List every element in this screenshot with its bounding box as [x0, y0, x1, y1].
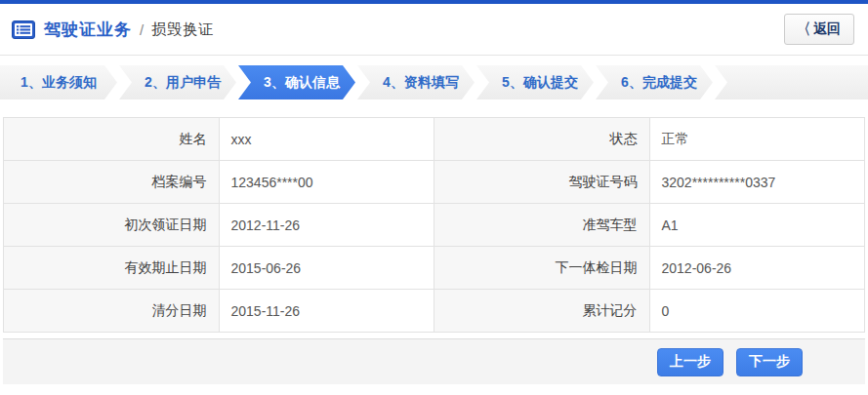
license-info-table: 姓名xxx状态正常档案编号123456****00驾驶证号码3202******… [3, 117, 865, 333]
field-value: 0 [649, 290, 865, 333]
table-row: 初次领证日期2012-11-26准驾车型A1 [4, 204, 865, 247]
field-value: 123456****00 [219, 161, 434, 204]
wizard-step-1[interactable]: 1、业务须知 [0, 65, 117, 99]
field-label: 姓名 [4, 118, 220, 161]
table-row: 档案编号123456****00驾驶证号码3202**********0337 [4, 161, 865, 204]
breadcrumb-separator: / [140, 21, 144, 38]
field-value: A1 [649, 204, 865, 247]
field-label: 准驾车型 [434, 204, 650, 247]
breadcrumb: 驾驶证业务 / 损毁换证 [12, 19, 214, 41]
field-label: 清分日期 [4, 290, 220, 333]
field-label: 驾驶证号码 [434, 161, 650, 204]
prev-step-button[interactable]: 上一步 [657, 348, 723, 376]
wizard-step-2[interactable]: 2、用户申告 [119, 65, 236, 99]
footer-action-bar: 上一步 下一步 [3, 338, 865, 384]
table-row: 姓名xxx状态正常 [4, 118, 865, 161]
header: 驾驶证业务 / 损毁换证 〈 返回 [0, 4, 868, 56]
wizard-step-3[interactable]: 3、确认信息 [238, 65, 355, 99]
next-step-button[interactable]: 下一步 [736, 348, 803, 376]
back-chevron-icon: 〈 [798, 19, 810, 40]
step-wizard: 1、业务须知2、用户申告3、确认信息4、资料填写5、确认提交6、完成提交 [0, 65, 868, 99]
field-value: 3202**********0337 [649, 161, 865, 204]
license-list-icon [12, 20, 35, 39]
wizard-filler [715, 65, 868, 99]
page-title: 驾驶证业务 [44, 19, 132, 41]
field-value: 2015-11-26 [219, 290, 434, 333]
back-button[interactable]: 〈 返回 [784, 14, 854, 45]
wizard-step-5[interactable]: 5、确认提交 [476, 65, 594, 99]
back-button-label: 返回 [813, 20, 841, 38]
field-label: 档案编号 [4, 161, 220, 204]
field-value: 2012-06-26 [649, 247, 865, 290]
wizard-step-6[interactable]: 6、完成提交 [596, 65, 713, 99]
field-label: 下一体检日期 [434, 247, 650, 290]
field-value: 2015-06-26 [219, 247, 434, 290]
wizard-step-4[interactable]: 4、资料填写 [357, 65, 475, 99]
breadcrumb-current: 损毁换证 [151, 20, 214, 39]
table-row: 有效期止日期2015-06-26下一体检日期2012-06-26 [4, 247, 865, 290]
field-label: 初次领证日期 [4, 204, 220, 247]
field-value: xxx [219, 118, 434, 161]
table-row: 清分日期2015-11-26累计记分0 [4, 290, 865, 333]
field-label: 累计记分 [434, 290, 650, 333]
field-label: 有效期止日期 [4, 247, 220, 290]
field-label: 状态 [434, 118, 650, 161]
field-value: 正常 [649, 118, 865, 161]
field-value: 2012-11-26 [219, 204, 434, 247]
